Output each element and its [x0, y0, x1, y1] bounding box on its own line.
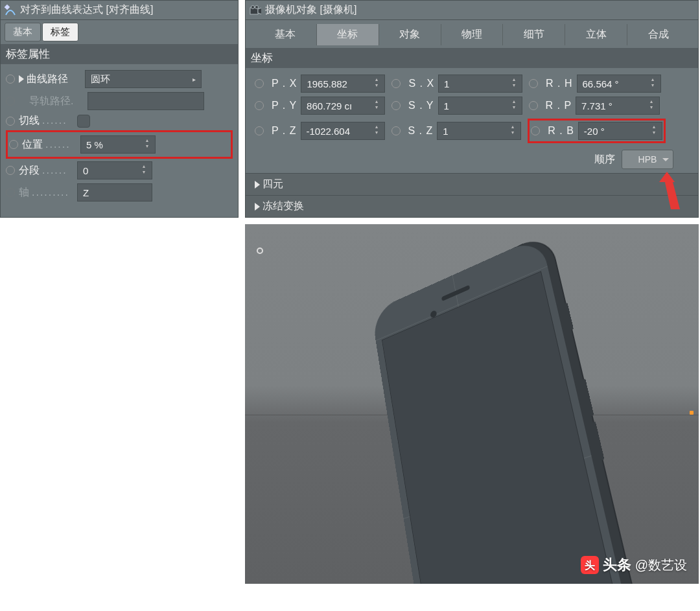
keyframe-dot[interactable] — [531, 126, 540, 135]
keyframe-dot[interactable] — [391, 79, 401, 88]
keyframe-dot[interactable] — [391, 101, 401, 110]
tab-basic[interactable]: 基本 — [5, 23, 41, 41]
rp-label: R . P — [546, 100, 572, 111]
tab-cam-coord[interactable]: 坐标 — [317, 24, 379, 45]
coord-section-header: 坐标 — [246, 48, 698, 68]
phone-model — [371, 232, 649, 584]
watermark-handle: @数艺设 — [635, 557, 687, 574]
coord-row-2: P . Y860.729 cı S . Y1 R . P7.731 ° — [255, 97, 689, 115]
keyframe-dot[interactable] — [255, 101, 264, 110]
arrow-pointer-icon — [648, 169, 686, 214]
freeze-section[interactable]: 冻结变换 — [246, 195, 698, 217]
phone-button — [564, 303, 574, 330]
keyframe-dot — [6, 188, 15, 197]
rb-field[interactable]: -20 ° — [578, 122, 662, 140]
pz-field[interactable]: -1022.604 — [301, 122, 385, 140]
prop-segment: 分段...... 0 — [6, 159, 233, 181]
tab-cam-detail[interactable]: 细节 — [503, 24, 565, 45]
quaternion-section[interactable]: 四元 — [246, 173, 698, 195]
prop-rail-path: 导轨路径. — [6, 90, 233, 112]
tab-cam-compose[interactable]: 合成 — [627, 24, 689, 45]
toutiao-logo-icon: 头 — [581, 556, 599, 574]
expand-icon — [255, 181, 260, 189]
svg-rect-0 — [5, 5, 10, 10]
keyframe-dot[interactable] — [6, 117, 15, 126]
prop-axis: 轴......... Z — [6, 181, 233, 203]
keyframe-dot[interactable] — [255, 126, 264, 135]
coord-row-1: P . X1965.882 S . X1 R . H66.564 ° — [255, 75, 689, 93]
rail-path-label: 导轨路径. — [29, 95, 88, 108]
position-label: 位置...... — [22, 138, 80, 152]
phone-button — [592, 421, 605, 460]
viewport-3d[interactable]: 头 头条 @数艺设 — [245, 224, 699, 584]
align-curve-header: 对齐到曲线表达式 [对齐曲线] — [1, 1, 238, 20]
tangent-label: 切线...... — [19, 114, 77, 128]
camera-icon — [250, 5, 261, 16]
order-label: 顺序 — [594, 153, 615, 167]
watermark-brand: 头条 — [603, 555, 631, 575]
tag-props-header: 标签属性 — [1, 44, 238, 64]
tab-cam-physics[interactable]: 物理 — [441, 24, 504, 45]
keyframe-dot[interactable] — [529, 79, 538, 88]
viewport-indicator-icon — [257, 248, 263, 254]
sy-field[interactable]: 1 — [438, 97, 522, 115]
keyframe-dot[interactable] — [9, 140, 18, 149]
sy-label: S . Y — [408, 100, 434, 111]
svg-point-3 — [255, 5, 259, 8]
svg-point-2 — [251, 5, 255, 8]
keyframe-dot[interactable] — [391, 126, 401, 135]
tangent-checkbox[interactable] — [77, 115, 90, 128]
keyframe-dot — [6, 97, 15, 106]
py-field[interactable]: 860.729 cı — [301, 97, 385, 115]
left-tab-row: 基本 标签 — [1, 20, 238, 44]
phone-speaker — [441, 285, 470, 301]
keyframe-dot[interactable] — [6, 166, 15, 175]
keyframe-dot[interactable] — [6, 75, 15, 84]
watermark: 头 头条 @数艺设 — [581, 555, 687, 575]
sx-field[interactable]: 1 — [438, 75, 522, 93]
camera-panel: 摄像机对象 [摄像机] 基本 坐标 对象 物理 细节 立体 合成 坐标 P . … — [245, 0, 699, 218]
rp-field[interactable]: 7.731 ° — [576, 97, 660, 115]
axis-point-icon — [690, 411, 694, 415]
rb-highlight: R . B-20 ° — [528, 119, 666, 143]
segment-field[interactable]: 0 — [77, 161, 152, 179]
curve-path-label: 曲线路径 — [27, 73, 85, 86]
coord-grid: P . X1965.882 S . X1 R . H66.564 ° P . Y… — [246, 68, 698, 173]
keyframe-dot[interactable] — [255, 79, 264, 88]
position-field[interactable]: 5 % — [80, 135, 156, 154]
camera-title: 摄像机对象 [摄像机] — [265, 3, 356, 17]
tab-tags[interactable]: 标签 — [42, 23, 78, 41]
keyframe-dot[interactable] — [529, 101, 538, 110]
position-highlight: 位置...... 5 % — [6, 130, 233, 159]
sz-field[interactable]: 1 — [437, 122, 521, 140]
pz-label: P . Z — [272, 125, 297, 137]
curve-path-field[interactable]: 圆环 — [85, 70, 202, 88]
sz-label: S . Z — [408, 125, 434, 137]
camera-tab-row: 基本 坐标 对象 物理 细节 立体 合成 — [246, 20, 698, 48]
prop-position: 位置...... 5 % — [9, 133, 229, 156]
axis-label: 轴......... — [19, 186, 77, 200]
order-row: 顺序 HPB — [255, 150, 689, 169]
rail-path-field[interactable] — [88, 92, 204, 110]
px-label: P . X — [272, 78, 297, 89]
align-curve-title: 对齐到曲线表达式 [对齐曲线] — [20, 3, 153, 17]
tag-props-body: 曲线路径 圆环 导轨路径. 切线...... — [1, 64, 238, 210]
coord-row-3: P . Z-1022.604 S . Z1 R . B-20 ° — [255, 119, 689, 143]
align-curve-icon — [5, 5, 16, 16]
tab-cam-object[interactable]: 对象 — [379, 24, 441, 45]
rb-label: R . B — [548, 125, 574, 137]
camera-header: 摄像机对象 [摄像机] — [246, 1, 698, 20]
order-dropdown[interactable]: HPB — [622, 150, 673, 169]
prop-curve-path: 曲线路径 圆环 — [6, 68, 233, 90]
rh-field[interactable]: 66.564 ° — [577, 75, 661, 93]
px-field[interactable]: 1965.882 — [301, 75, 385, 93]
tab-cam-stereo[interactable]: 立体 — [565, 24, 627, 45]
expand-icon — [255, 203, 260, 211]
rh-label: R . H — [546, 78, 572, 89]
prop-tangent: 切线...... — [6, 112, 233, 130]
axis-field[interactable]: Z — [77, 183, 152, 202]
phone-body — [371, 236, 639, 584]
align-curve-panel: 对齐到曲线表达式 [对齐曲线] 基本 标签 标签属性 曲线路径 圆环 — [0, 0, 239, 218]
expand-icon[interactable] — [19, 75, 24, 83]
tab-cam-basic[interactable]: 基本 — [255, 24, 317, 45]
